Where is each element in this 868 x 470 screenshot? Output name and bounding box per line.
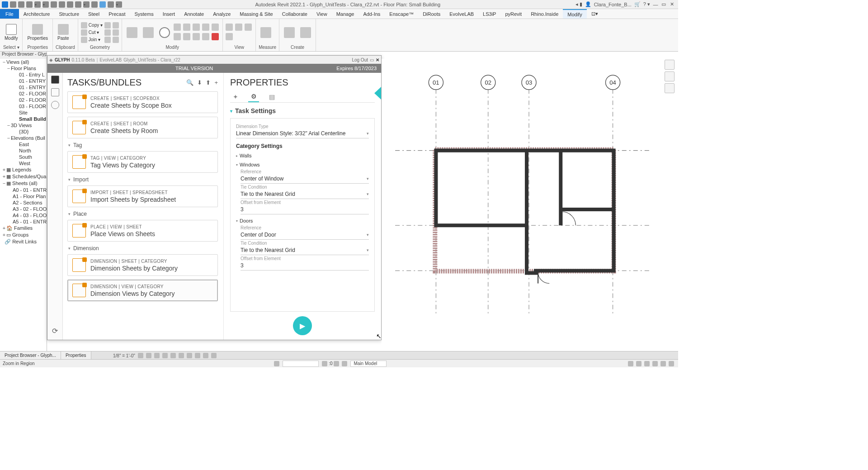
mirror-icon[interactable] (193, 24, 200, 31)
split-icon[interactable] (212, 24, 219, 31)
tab-systems[interactable]: Systems (130, 9, 158, 19)
tab-steel[interactable]: Steel (84, 9, 104, 19)
pin-icon[interactable] (193, 33, 200, 40)
browser-legends[interactable]: Legends (12, 167, 31, 172)
delete-icon[interactable] (212, 33, 219, 40)
tab-options-icon[interactable]: ⊡▾ (587, 9, 603, 19)
collapse-handle-icon[interactable] (374, 86, 381, 100)
open-icon[interactable] (10, 1, 16, 8)
modify-button[interactable]: Modify (3, 23, 19, 42)
browser-sheet-0[interactable]: A0 - 01 - ENTR (0, 187, 47, 193)
model-icon[interactable] (342, 361, 347, 366)
browser-sheet-3[interactable]: A3 - 02 - FLOO (0, 206, 47, 212)
reveal-icon[interactable] (211, 353, 217, 358)
close-button[interactable]: ✕ (669, 1, 675, 7)
browser-fp-active[interactable]: Small Build (0, 116, 47, 122)
selection-filter-field[interactable] (283, 361, 319, 367)
redo-icon[interactable] (42, 1, 49, 8)
glyph-titlebar[interactable]: ◈ GLYPH 0.11.0 Beta | EvolveLAB Glyph_Un… (47, 56, 381, 64)
copy-button[interactable] (141, 26, 156, 39)
offset-icon[interactable] (183, 24, 190, 31)
browser-revitlinks[interactable]: Revit Links (12, 239, 37, 244)
win-ref-select[interactable]: Center of Window (241, 174, 369, 184)
tab-enscape[interactable]: Enscape™ (385, 9, 418, 19)
browser-elev-3[interactable]: West (0, 160, 47, 166)
geom-tool-6[interactable] (113, 37, 119, 43)
browser-families[interactable]: Families (14, 225, 33, 231)
minimize-button[interactable]: — (653, 2, 658, 7)
editable-icon[interactable] (334, 361, 339, 366)
select-links-icon[interactable] (274, 361, 279, 366)
array-icon[interactable] (174, 33, 181, 40)
tab-modify[interactable]: Modify (563, 9, 586, 19)
browser-elev-0[interactable]: East (0, 141, 47, 147)
tasks-upload-icon[interactable]: ⬆ (206, 79, 211, 86)
glyph-logout-link[interactable]: Log Out (352, 57, 368, 62)
play-button[interactable] (293, 316, 312, 335)
crop-region-icon[interactable] (187, 353, 192, 358)
save-icon[interactable] (18, 1, 24, 8)
rail-bundles-icon[interactable] (51, 88, 59, 96)
file-tab[interactable]: File (0, 9, 19, 19)
browser-fp-0[interactable]: 01 - Entry L (0, 71, 47, 78)
tab-view[interactable]: View (312, 9, 332, 19)
geom-tool-1[interactable] (104, 22, 111, 28)
view-tool-1[interactable] (226, 24, 233, 31)
tab-massing[interactable]: Massing & Site (235, 9, 277, 19)
align-icon[interactable] (174, 24, 181, 31)
tab-ls3ip[interactable]: LS3iP (478, 9, 500, 19)
nav-wheel-icon[interactable] (665, 60, 675, 70)
tasks-add-icon[interactable]: + (214, 79, 218, 86)
workset-field[interactable]: Main Model (350, 361, 387, 367)
measure-button[interactable] (259, 26, 273, 39)
shadows-icon[interactable] (162, 353, 168, 358)
win-offset-input[interactable]: 3 (241, 205, 369, 214)
tab-addins[interactable]: Add-Ins (359, 9, 385, 19)
browser-fp-5[interactable]: 03 - FLOOR (0, 103, 47, 109)
props-tab-sliders-icon[interactable]: ⚙ (248, 91, 259, 102)
sb-icon-1[interactable] (636, 361, 642, 366)
cut-button[interactable]: Cut ▾ (81, 29, 103, 36)
tab-precast[interactable]: Precast (104, 9, 130, 19)
browser-elev-1[interactable]: North (0, 147, 47, 154)
browser-sheet-4[interactable]: A4 - 03 - FLOO (0, 212, 47, 218)
sync-icon[interactable] (26, 1, 33, 8)
tasks-download-icon[interactable]: ⬇ (197, 79, 202, 86)
drawing-canvas[interactable]: 01 02 03 04 (382, 59, 672, 351)
rail-refresh-icon[interactable]: ⟳ (52, 327, 58, 335)
switch-windows-icon[interactable] (116, 1, 122, 8)
task-card-tag[interactable]: TAG | VIEW | CATEGORYTag Views by Catego… (67, 151, 218, 173)
thin-lines-icon[interactable] (99, 1, 106, 8)
browser-fp-2[interactable]: 01 - ENTRY (0, 84, 47, 90)
browser-fp-6[interactable]: Site (0, 109, 47, 116)
task-group-place[interactable]: Place (68, 211, 218, 217)
task-group-dimension[interactable]: Dimension (68, 245, 218, 252)
glyph-pin-icon[interactable]: ▭ (370, 57, 374, 62)
browser-sheet-5[interactable]: A5 - 01 - ENTR (0, 218, 47, 225)
task-group-import[interactable]: Import (68, 176, 218, 183)
browser-fp-4[interactable]: 02 - FLOOR (0, 97, 47, 103)
project-browser[interactable]: −Views (all) −Floor Plans 01 - Entry L 0… (0, 59, 47, 351)
browser-3d-0[interactable]: {3D} (0, 128, 47, 135)
task-card-room[interactable]: CREATE | SHEET | ROOMCreate Sheets by Ro… (67, 117, 218, 138)
dim-icon[interactable] (67, 1, 73, 8)
text-icon[interactable] (75, 1, 81, 8)
browser-schedules[interactable]: Schedules/Quan (12, 174, 47, 179)
rendering-icon[interactable] (170, 353, 176, 358)
bottom-tab-properties[interactable]: Properties (61, 351, 91, 359)
geom-tool-3[interactable] (104, 37, 111, 43)
subcat-walls[interactable]: Walls (236, 153, 369, 158)
sb-icon-5[interactable] (669, 361, 674, 366)
move-button[interactable] (125, 26, 139, 39)
tab-analyze[interactable]: Analyze (208, 9, 235, 19)
tab-collaborate[interactable]: Collaborate (278, 9, 312, 19)
browser-sheet-1[interactable]: A1 - Floor Plan (0, 193, 47, 199)
panel-select-label[interactable]: Select ▾ (3, 45, 19, 50)
task-card-dim-views[interactable]: DIMENSION | VIEW | CATEGORYDimension Vie… (67, 280, 218, 301)
browser-fp-1[interactable]: 01 - ENTRY (0, 78, 47, 84)
create-button-1[interactable] (282, 26, 297, 39)
properties-button[interactable]: Properties (25, 23, 50, 42)
view-tool-4[interactable] (226, 33, 233, 40)
undo-icon[interactable] (34, 1, 41, 8)
detail-level-icon[interactable] (138, 353, 143, 358)
